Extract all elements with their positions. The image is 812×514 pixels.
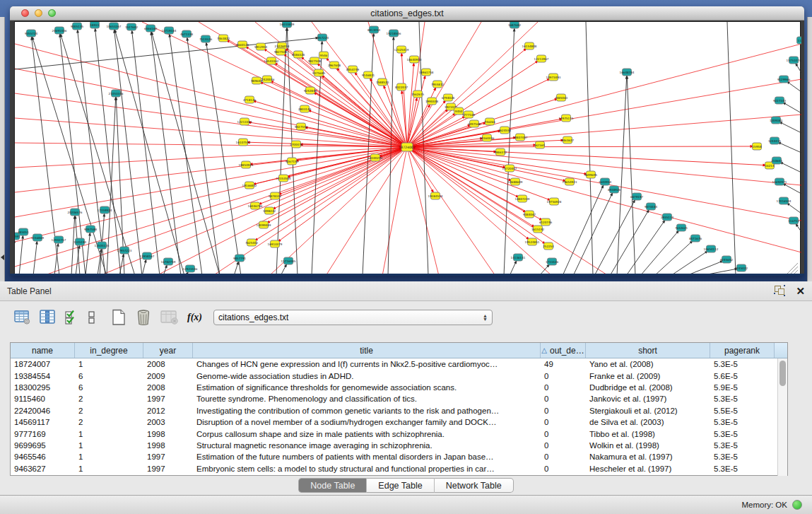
tab-edge-table[interactable]: Edge Table	[367, 478, 433, 493]
graph-edge[interactable]	[15, 93, 407, 147]
column-header-in_degree[interactable]: in_degree	[75, 343, 143, 358]
column-visibility-icon[interactable]	[40, 309, 56, 326]
graph-edge[interactable]	[142, 22, 407, 147]
column-header-name[interactable]: name	[11, 343, 75, 358]
graph-node-label: 9827508	[274, 50, 288, 54]
table-row[interactable]: 946554611997Estimation of the future num…	[11, 451, 775, 462]
graph-edge[interactable]	[654, 241, 693, 276]
table-select-dropdown[interactable]: citations_edges.txt ▲▼	[213, 310, 493, 325]
graph-edge[interactable]	[15, 44, 407, 147]
graph-edge[interactable]	[407, 115, 801, 147]
network-canvas[interactable]: 7463822866012859129542322605898275088186…	[14, 21, 801, 275]
column-header-out_de[interactable]: △out_de…	[541, 343, 586, 358]
citation-graph[interactable]: 7463822866012859129542322605898275088186…	[15, 22, 801, 276]
graph-edge[interactable]	[19, 236, 23, 276]
table-row[interactable]: 1456911722003Disruption of a novel membe…	[11, 416, 775, 428]
table-settings-icon[interactable]	[14, 309, 31, 326]
graph-edge[interactable]	[407, 22, 481, 147]
table-cell: 2	[75, 407, 143, 415]
graph-edge[interactable]	[206, 43, 241, 276]
table-row[interactable]: 969969511998Structural magnetic resonanc…	[11, 440, 775, 451]
function-builder-icon[interactable]: f(x)	[187, 309, 202, 326]
column-header-title[interactable]: title	[193, 343, 541, 358]
graph-edge[interactable]	[107, 98, 116, 276]
graph-edge[interactable]	[95, 29, 121, 276]
scrollbar-thumb[interactable]	[779, 361, 786, 386]
graph-edge[interactable]	[407, 147, 495, 276]
graph-edge[interactable]	[254, 101, 407, 147]
graph-node-label: 3624554	[498, 129, 512, 132]
graph-edge[interactable]	[61, 35, 135, 276]
table-row[interactable]: 1830029562008Estimation of significance …	[11, 382, 775, 393]
column-header-pagerank[interactable]: pagerank	[710, 343, 775, 358]
close-panel-icon[interactable]: ✕	[796, 286, 805, 296]
graph-edge[interactable]	[727, 22, 736, 276]
graph-edge[interactable]	[778, 142, 801, 153]
graph-edge[interactable]	[780, 163, 801, 173]
graph-edge[interactable]	[627, 76, 635, 276]
graph-edge[interactable]	[15, 118, 407, 147]
collapse-arrow-icon[interactable]	[1, 255, 4, 260]
graph-edge[interactable]	[287, 28, 298, 276]
table-cell: 9465546	[11, 452, 75, 461]
table-row[interactable]: 911546021997Tourette syndrome. Phenomeno…	[11, 393, 775, 404]
graph-edge[interactable]	[563, 185, 604, 276]
graph-edge[interactable]	[33, 242, 37, 276]
graph-edge[interactable]	[626, 221, 665, 276]
graph-node-label: 8186328	[292, 53, 305, 57]
graph-edge[interactable]	[286, 49, 407, 147]
tab-node-table[interactable]: Node Table	[298, 478, 366, 493]
graph-edge[interactable]	[671, 251, 707, 276]
column-header-short[interactable]: short	[586, 343, 710, 358]
table-cell: 19384554	[11, 372, 75, 380]
table-cell: 2009	[143, 372, 193, 380]
graph-node-label: 7857224	[316, 36, 329, 40]
graph-edge[interactable]	[779, 122, 801, 133]
table-row[interactable]: 1872400712008Changes of HCN gene express…	[11, 358, 775, 370]
graph-node-label: 1145194	[73, 240, 87, 244]
window-title: citations_edges.txt	[10, 8, 804, 18]
graph-edge[interactable]	[314, 93, 407, 147]
table-row[interactable]: 946362711997Embryonic stem cells: a mode…	[11, 463, 775, 474]
graph-edge[interactable]	[407, 44, 801, 147]
graph-node-label: 15692971	[772, 180, 787, 184]
graph-edge[interactable]	[15, 143, 407, 147]
graph-edge[interactable]	[640, 231, 678, 276]
table-cell: 5.3E-5	[710, 395, 775, 403]
graph-edge[interactable]	[407, 147, 765, 165]
table-cell: 6	[75, 372, 143, 380]
graph-edge[interactable]	[594, 200, 635, 276]
graph-edge[interactable]	[407, 22, 538, 147]
graph-node-label: 1244415	[768, 139, 782, 143]
graph-edge[interactable]	[276, 28, 287, 276]
row-check-icon[interactable]	[64, 309, 78, 326]
graph-edge[interactable]	[783, 103, 801, 113]
memory-status-indicator[interactable]	[792, 500, 802, 510]
graph-edge[interactable]	[610, 210, 649, 276]
table-row[interactable]: 977716911998Corpus callosum shape and si…	[11, 428, 775, 439]
table-cell: 2008	[143, 383, 193, 392]
graph-edge[interactable]	[156, 147, 407, 276]
delete-table-icon[interactable]	[135, 309, 152, 326]
network-window-titlebar[interactable]: citations_edges.txt	[10, 6, 804, 21]
graph-edge[interactable]	[33, 37, 107, 276]
graph-edge[interactable]	[787, 204, 801, 214]
node-table: namein_degreeyeartitle△out_de…shortpager…	[10, 342, 788, 476]
vertical-scrollbar[interactable]	[777, 358, 787, 476]
float-panel-icon[interactable]	[775, 286, 786, 296]
new-table-icon[interactable]	[111, 309, 126, 326]
graph-edge[interactable]	[407, 147, 439, 276]
column-header-year[interactable]: year	[143, 343, 193, 358]
table-row[interactable]: 1938455462009Genome-wide association stu…	[11, 370, 775, 381]
graph-edge[interactable]	[71, 216, 75, 276]
graph-edge[interactable]	[617, 76, 627, 276]
graph-edge[interactable]	[783, 184, 801, 194]
table-row[interactable]: 2242004622012Investigating the contribut…	[11, 405, 775, 416]
graph-node-label: 12942757	[52, 238, 66, 242]
tab-network-table[interactable]: Network Table	[435, 478, 514, 493]
graph-node-label: 5878342	[269, 194, 282, 198]
select-arrows-icon: ▲▼	[483, 314, 488, 321]
graph-edge[interactable]	[787, 82, 801, 92]
row-height-icon[interactable]	[87, 309, 97, 326]
graph-edge[interactable]	[586, 22, 593, 276]
